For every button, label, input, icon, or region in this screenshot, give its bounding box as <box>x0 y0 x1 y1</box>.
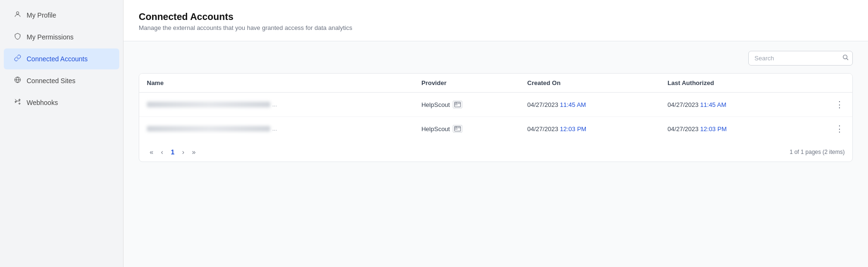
svg-rect-12 <box>455 126 461 131</box>
svg-point-3 <box>19 99 20 101</box>
search-input[interactable] <box>748 51 853 66</box>
sidebar-item-connected-sites[interactable]: Connected Sites <box>4 70 119 91</box>
content-area: Name Provider Created On Last Authorized <box>124 41 868 267</box>
search-button[interactable] <box>842 54 849 62</box>
col-last-authorized: Last Authorized <box>660 74 800 93</box>
last-page-button[interactable]: » <box>189 146 199 158</box>
pagination: « ‹ 1 › » 1 of 1 pages (2 items) <box>139 141 852 162</box>
table-row: ... HelpScout <box>139 117 852 141</box>
helpscout-icon <box>453 101 462 108</box>
link-icon <box>13 54 22 64</box>
table-header-row: Name Provider Created On Last Authorized <box>139 74 852 93</box>
sidebar: My Profile My Permissions Connected Acco… <box>0 0 124 267</box>
globe-icon <box>13 76 22 86</box>
pagination-controls: « ‹ 1 › » <box>147 146 199 158</box>
svg-point-4 <box>15 101 17 103</box>
search-box <box>748 51 853 66</box>
page-header: Connected Accounts Manage the external a… <box>124 0 868 41</box>
table-container: Name Provider Created On Last Authorized <box>139 73 853 162</box>
created-time: 12:03 PM <box>560 125 587 133</box>
search-icon <box>842 54 849 61</box>
last-auth-date: 04/27/2023 <box>668 101 698 108</box>
name-cell: ... <box>139 117 414 141</box>
name-ellipsis: ... <box>272 125 277 132</box>
col-actions <box>800 74 852 93</box>
page-number-button[interactable]: 1 <box>168 146 177 158</box>
page-info: 1 of 1 pages (2 items) <box>790 149 845 155</box>
name-cell: ... <box>139 93 414 117</box>
created-on-cell: 04/27/2023 12:03 PM <box>520 117 660 141</box>
svg-rect-8 <box>455 102 461 107</box>
webhook-icon <box>13 98 22 107</box>
provider-name: HelpScout <box>421 101 450 108</box>
prev-page-button[interactable]: ‹ <box>158 146 166 158</box>
svg-line-7 <box>847 58 848 60</box>
shield-icon <box>13 32 22 42</box>
created-on-cell: 04/27/2023 11:45 AM <box>520 93 660 117</box>
last-auth-cell: 04/27/2023 11:45 AM <box>660 93 800 117</box>
last-auth-time: 12:03 PM <box>700 125 727 133</box>
person-icon <box>13 10 22 20</box>
row1-more-button[interactable]: ⋮ <box>832 99 847 110</box>
blurred-name <box>147 102 270 107</box>
name-ellipsis: ... <box>272 101 277 108</box>
page-title: Connected Accounts <box>139 11 853 22</box>
col-name: Name <box>139 74 414 93</box>
svg-point-5 <box>19 103 20 105</box>
first-page-button[interactable]: « <box>147 146 156 158</box>
blurred-name <box>147 126 270 132</box>
provider-cell: HelpScout <box>414 117 520 141</box>
app-layout: My Profile My Permissions Connected Acco… <box>0 0 868 267</box>
svg-point-0 <box>16 12 19 14</box>
sidebar-item-label: Webhooks <box>27 99 58 106</box>
sidebar-item-label: My Profile <box>27 11 56 19</box>
created-date: 04/27/2023 <box>527 125 558 133</box>
helpscout-icon <box>453 125 462 133</box>
svg-point-6 <box>843 55 847 59</box>
sidebar-item-label: Connected Accounts <box>27 55 87 63</box>
col-provider: Provider <box>414 74 520 93</box>
created-date: 04/27/2023 <box>527 101 558 108</box>
sidebar-item-connected-accounts[interactable]: Connected Accounts <box>4 48 119 69</box>
search-container <box>139 51 853 66</box>
sidebar-item-my-permissions[interactable]: My Permissions <box>4 27 119 48</box>
provider-cell: HelpScout <box>414 93 520 117</box>
last-auth-time: 11:45 AM <box>700 101 726 108</box>
last-auth-cell: 04/27/2023 12:03 PM <box>660 117 800 141</box>
sidebar-item-label: My Permissions <box>27 33 74 41</box>
sidebar-item-my-profile[interactable]: My Profile <box>4 5 119 26</box>
sidebar-item-label: Connected Sites <box>27 77 76 85</box>
page-subtitle: Manage the external accounts that you ha… <box>139 24 853 31</box>
created-time: 11:45 AM <box>560 101 586 108</box>
row2-actions-cell: ⋮ <box>800 117 852 141</box>
sidebar-item-webhooks[interactable]: Webhooks <box>4 92 119 113</box>
accounts-table: Name Provider Created On Last Authorized <box>139 74 852 141</box>
provider-name: HelpScout <box>421 125 450 133</box>
last-auth-date: 04/27/2023 <box>668 125 698 133</box>
next-page-button[interactable]: › <box>179 146 187 158</box>
col-created-on: Created On <box>520 74 660 93</box>
table-row: ... HelpScout <box>139 93 852 117</box>
row1-actions-cell: ⋮ <box>800 93 852 117</box>
main-content: Connected Accounts Manage the external a… <box>124 0 868 267</box>
row2-more-button[interactable]: ⋮ <box>832 124 847 134</box>
